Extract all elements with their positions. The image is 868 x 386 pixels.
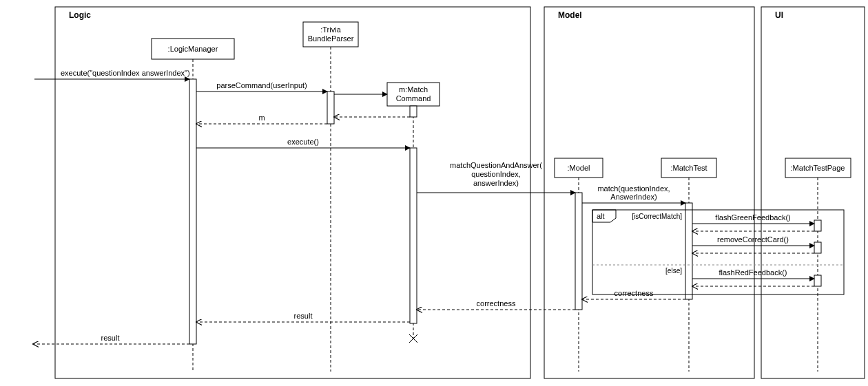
svg-rect-49 bbox=[592, 210, 844, 294]
svg-text::Trivia: :Trivia bbox=[320, 25, 341, 34]
msg-result-out: result bbox=[33, 334, 189, 344]
activation-ui-3 bbox=[814, 275, 821, 286]
svg-text:questionIndex,: questionIndex, bbox=[471, 170, 521, 178]
msg-flash-red: flashRedFeedback() bbox=[692, 268, 814, 279]
svg-text:BundleParser: BundleParser bbox=[308, 34, 354, 43]
svg-text:matchQuestionAndAnswer(: matchQuestionAndAnswer( bbox=[450, 161, 542, 169]
msg-correctness-2: correctness bbox=[417, 299, 575, 310]
svg-text::Model: :Model bbox=[567, 164, 590, 172]
msg-remove-card: removeCorrectCard() bbox=[692, 235, 814, 246]
svg-text:result: result bbox=[101, 334, 120, 342]
sequence-diagram: Logic Model UI :LogicManager :Trivia Bun… bbox=[0, 0, 868, 386]
frame-ui: UI bbox=[761, 7, 865, 378]
svg-text:correctness: correctness bbox=[614, 289, 654, 297]
msg-execute-call: execute() bbox=[196, 138, 410, 148]
svg-text:flashRedFeedback(): flashRedFeedback() bbox=[719, 268, 787, 277]
svg-text:[else]: [else] bbox=[665, 267, 682, 275]
activation-ui-2 bbox=[814, 242, 821, 253]
svg-text:correctness: correctness bbox=[477, 299, 516, 308]
msg-flash-green: flashGreenFeedback() bbox=[692, 213, 814, 224]
svg-text:UI: UI bbox=[775, 10, 783, 20]
svg-text:m: m bbox=[258, 114, 265, 122]
alt-frame: alt [isCorrectMatch] [else] bbox=[592, 210, 844, 294]
msg-return-m: m bbox=[196, 114, 327, 124]
svg-text:AnswerIndex): AnswerIndex) bbox=[610, 193, 657, 201]
msg-execute-in: execute("questionIndex answerIndex") bbox=[34, 69, 190, 79]
svg-rect-4 bbox=[761, 7, 865, 378]
svg-text:match(questionIndex,: match(questionIndex, bbox=[597, 184, 670, 193]
activation-ui-1 bbox=[814, 220, 821, 231]
svg-text:removeCorrectCard(): removeCorrectCard() bbox=[717, 235, 789, 244]
svg-text::MatchTest: :MatchTest bbox=[670, 164, 707, 172]
svg-text:answerIndex): answerIndex) bbox=[473, 179, 519, 187]
msg-result-up: result bbox=[196, 312, 410, 322]
svg-text:execute("questionIndex answerI: execute("questionIndex answerIndex") bbox=[61, 69, 190, 77]
svg-text:Command: Command bbox=[396, 94, 431, 103]
svg-text::MatchTestPage: :MatchTestPage bbox=[791, 164, 845, 172]
activation-match-command-main bbox=[410, 148, 417, 323]
activation-match-test bbox=[685, 203, 692, 299]
svg-text:[isCorrectMatch]: [isCorrectMatch] bbox=[632, 213, 682, 220]
activation-trivia-parser bbox=[327, 92, 334, 124]
svg-text:alt: alt bbox=[597, 212, 605, 220]
msg-parse-command: parseCommand(userInput) bbox=[196, 81, 327, 92]
activation-match-command-create bbox=[410, 106, 417, 117]
svg-text:flashGreenFeedback(): flashGreenFeedback() bbox=[715, 213, 790, 222]
svg-text:m:Match: m:Match bbox=[399, 85, 428, 94]
activation-model bbox=[575, 193, 582, 310]
svg-text:Logic: Logic bbox=[69, 10, 91, 20]
svg-text:Model: Model bbox=[558, 10, 582, 20]
activation-logic-manager bbox=[189, 79, 196, 344]
svg-text::LogicManager: :LogicManager bbox=[168, 45, 218, 53]
svg-text:execute(): execute() bbox=[287, 138, 319, 146]
svg-text:result: result bbox=[294, 312, 313, 320]
svg-text:parseCommand(userInput): parseCommand(userInput) bbox=[216, 81, 307, 89]
msg-match-qa: matchQuestionAndAnswer( questionIndex, a… bbox=[0, 0, 575, 193]
